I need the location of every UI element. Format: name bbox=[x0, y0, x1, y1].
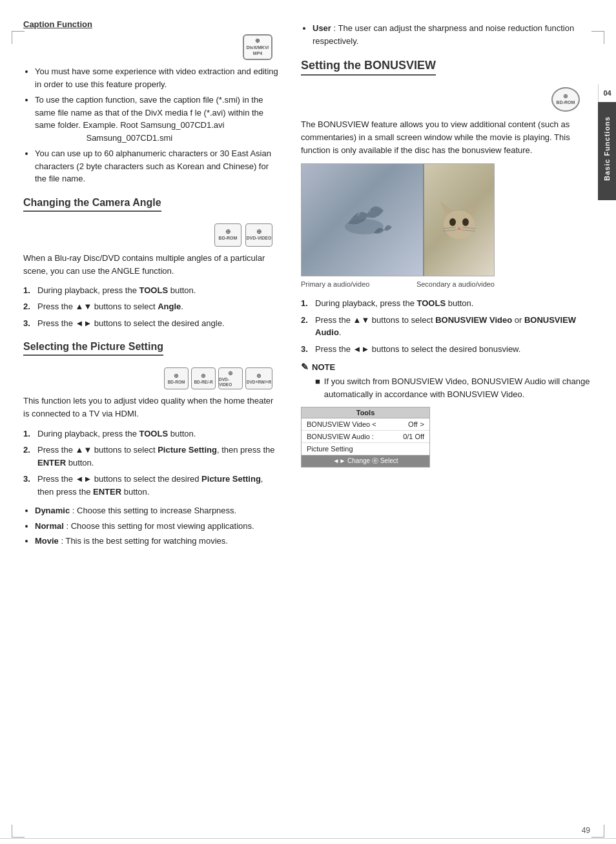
note-title: ✎ NOTE bbox=[301, 362, 593, 372]
tools-menu-bonusview-audio-label: BONUSVIEW Audio : bbox=[307, 433, 374, 440]
svg-point-5 bbox=[462, 218, 469, 226]
tools-menu-row-1: BONUSVIEW Video < Off > bbox=[302, 418, 429, 431]
ps-step-3: 3. Press the ◄► buttons to select the de… bbox=[23, 473, 279, 498]
tools-menu-row-3: Picture Setting bbox=[302, 443, 429, 455]
note-body: ■ If you switch from BONUSVIEW Video, BO… bbox=[301, 375, 593, 400]
caption-bullets: You must have some experience with video… bbox=[23, 65, 279, 185]
ps-dynamic: Dynamic : Choose this setting to increas… bbox=[35, 504, 279, 517]
bonusview-note: ✎ NOTE ■ If you switch from BONUSVIEW Vi… bbox=[301, 362, 593, 400]
tools-menu-row-2: BONUSVIEW Audio : 0/1 Off bbox=[302, 431, 429, 443]
picture-setting-badges: ⊕ BD-ROM ⊕ BD-RE/-R ⊕ DVD-VIDEO ⊕ DVD+RW… bbox=[23, 367, 272, 389]
ps-bd-re-badge: ⊕ BD-RE/-R bbox=[191, 367, 216, 389]
primary-video-illustration bbox=[322, 178, 406, 262]
bonusview-bd-rom-badge: ⊕ BD-ROM bbox=[551, 87, 580, 112]
corner-mark-br bbox=[591, 825, 604, 838]
note-pencil-icon: ✎ bbox=[301, 362, 309, 372]
tools-menu: Tools BONUSVIEW Video < Off > BONUSVIEW … bbox=[301, 407, 430, 468]
left-column: Caption Function ⊕ DivX/MKV/MP4 You must… bbox=[23, 19, 294, 551]
corner-mark-bl bbox=[12, 825, 25, 838]
bv-step-3: 3. Press the ◄► buttons to select the de… bbox=[301, 343, 593, 356]
content-area: Caption Function ⊕ DivX/MKV/MP4 You must… bbox=[23, 19, 593, 551]
bd-rom-badge: ⊕ BD-ROM bbox=[214, 223, 241, 247]
chapter-sidebar-tab: Basic Functions bbox=[598, 97, 616, 200]
bonusview-body: The BONUSVIEW feature allows you to view… bbox=[301, 118, 593, 157]
caption-function-section: Caption Function ⊕ DivX/MKV/MP4 You must… bbox=[23, 19, 279, 185]
svg-marker-2 bbox=[440, 201, 453, 214]
picture-setting-body: This function lets you to adjust video q… bbox=[23, 395, 279, 420]
svg-point-4 bbox=[449, 218, 456, 226]
bonusview-steps: 1. During playback, press the TOOLS butt… bbox=[301, 297, 593, 355]
tools-menu-footer: ◄► Change ⓔ Select bbox=[302, 455, 429, 467]
tools-menu-picture-label: Picture Setting bbox=[307, 445, 353, 453]
picture-setting-section: Selecting the Picture Setting ⊕ BD-ROM ⊕… bbox=[23, 341, 279, 547]
primary-label: Primary a audio/video bbox=[301, 280, 369, 288]
dvd-video-badge: ⊕ DVD-VIDEO bbox=[245, 223, 272, 247]
secondary-label: Secondary a audio/video bbox=[416, 280, 495, 288]
ps-bd-rom-badge: ⊕ BD-ROM bbox=[164, 367, 189, 389]
bonusview-image-labels: Primary a audio/video Secondary a audio/… bbox=[301, 280, 495, 288]
picture-setting-steps: 1. During playback, press the TOOLS butt… bbox=[23, 427, 279, 499]
bonusview-image bbox=[301, 163, 495, 276]
divx-badge: ⊕ DivX/MKV/MP4 bbox=[243, 34, 272, 60]
tools-menu-header: Tools bbox=[302, 407, 429, 418]
svg-marker-3 bbox=[466, 201, 478, 214]
ps-normal: Normal : Choose this setting for most vi… bbox=[35, 520, 279, 533]
corner-mark-tr bbox=[591, 31, 604, 44]
ps-dvd-video-badge: ⊕ DVD-VIDEO bbox=[218, 367, 243, 389]
corner-mark-tl bbox=[12, 31, 25, 44]
right-column: User : The user can adjust the sharpness… bbox=[294, 19, 593, 551]
picture-setting-title: Selecting the Picture Setting bbox=[23, 341, 163, 356]
bv-step-1: 1. During playback, press the TOOLS butt… bbox=[301, 297, 593, 310]
ps-user: User : The user can adjust the sharpness… bbox=[313, 22, 593, 47]
chapter-number: 04 bbox=[603, 89, 611, 97]
caption-function-title: Caption Function bbox=[23, 19, 279, 29]
caption-bullet-2: To use the caption function, save the ca… bbox=[35, 94, 279, 144]
ps-step-1: 1. During playback, press the TOOLS butt… bbox=[23, 427, 279, 440]
camera-angle-step-1: 1. During playback, press the TOOLS butt… bbox=[23, 284, 279, 297]
bonusview-title: Setting the BONUSVIEW bbox=[301, 59, 436, 76]
page-number: 49 bbox=[582, 826, 590, 835]
chapter-title: Basic Functions bbox=[603, 116, 611, 181]
camera-angle-badges: ⊕ BD-ROM ⊕ DVD-VIDEO bbox=[23, 223, 272, 247]
svg-point-1 bbox=[444, 211, 475, 239]
camera-angle-section: Changing the Camera Angle ⊕ BD-ROM ⊕ DVD… bbox=[23, 197, 279, 330]
camera-angle-step-3: 3. Press the ◄► buttons to select the de… bbox=[23, 317, 279, 330]
bv-step-2: 2. Press the ▲▼ buttons to select BONUSV… bbox=[301, 314, 593, 339]
bonusview-section: Setting the BONUSVIEW ⊕ BD-ROM The BONUS… bbox=[301, 59, 593, 468]
camera-angle-body: When a Blu-ray Disc/DVD contains multipl… bbox=[23, 252, 279, 278]
tools-menu-bonusview-video-label: BONUSVIEW Video < bbox=[307, 420, 376, 428]
picture-setting-subbullets: Dynamic : Choose this setting to increas… bbox=[23, 504, 279, 548]
caption-bullet-1: You must have some experience with video… bbox=[35, 65, 279, 90]
caption-bullet-3: You can use up to 60 alphanumeric charac… bbox=[35, 147, 279, 185]
user-bullet: User : The user can adjust the sharpness… bbox=[301, 22, 593, 47]
bonusview-secondary-video bbox=[423, 164, 494, 276]
bonusview-primary-video bbox=[302, 164, 427, 276]
page-footer: HT-C6730W_XAA_0817.indd 49 English 2010-… bbox=[0, 838, 616, 844]
camera-angle-step-2: 2. Press the ▲▼ buttons to select Angle. bbox=[23, 300, 279, 313]
camera-angle-steps: 1. During playback, press the TOOLS butt… bbox=[23, 284, 279, 330]
tools-menu-bonusview-audio-value: 0/1 Off bbox=[403, 433, 424, 440]
ps-step-2: 2. Press the ▲▼ buttons to select Pictur… bbox=[23, 444, 279, 469]
secondary-video-illustration bbox=[433, 191, 485, 249]
ps-movie: Movie : This is the best setting for wat… bbox=[35, 535, 279, 548]
page-wrapper: Basic Functions 04 Caption Function ⊕ Di… bbox=[0, 19, 616, 844]
note-text: If you switch from BONUSVIEW Video, BONU… bbox=[324, 375, 593, 400]
tools-menu-arrow-right: > bbox=[420, 420, 424, 428]
camera-angle-title: Changing the Camera Angle bbox=[23, 197, 161, 212]
ps-dvd-rw-badge: ⊕ DVD+RW/+R bbox=[245, 367, 272, 389]
tools-menu-bonusview-video-value: Off bbox=[408, 420, 417, 428]
